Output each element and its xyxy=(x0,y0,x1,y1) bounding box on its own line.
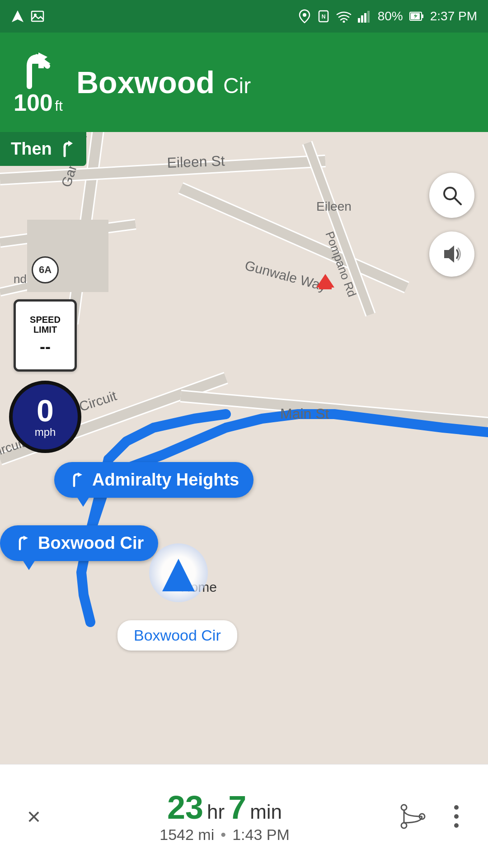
more-options-icon[interactable] xyxy=(443,803,470,830)
turn-right-icon-2 xyxy=(14,536,30,551)
bottom-bar: × 23 hr 7 min 1542 mi • 1:43 PM xyxy=(0,764,488,868)
route-options-icon[interactable] xyxy=(399,803,427,830)
svg-point-54 xyxy=(401,805,407,810)
svg-rect-10 xyxy=(367,11,370,23)
svg-rect-1 xyxy=(32,11,43,21)
status-bar: N 80% 2:37 PM xyxy=(0,0,488,33)
time-display: 2:37 PM xyxy=(430,9,477,24)
svg-point-56 xyxy=(401,823,407,828)
audio-icon xyxy=(441,243,463,265)
svg-rect-46 xyxy=(319,286,332,289)
status-right: N 80% 2:37 PM xyxy=(298,9,477,24)
status-left xyxy=(11,9,44,23)
svg-text:Gunwale Way: Gunwale Way xyxy=(243,258,328,294)
nav-header: 100 ft Boxwood Cir xyxy=(0,33,488,132)
street-name: Boxwood Cir xyxy=(76,65,251,100)
eta-section: 23 hr 7 min 1542 mi • 1:43 PM xyxy=(63,789,386,844)
location-arrow xyxy=(162,559,195,591)
svg-rect-8 xyxy=(361,15,363,23)
audio-button[interactable] xyxy=(429,231,474,277)
svg-rect-12 xyxy=(422,14,423,18)
svg-text:nd: nd xyxy=(14,272,27,286)
boxwood-cir-map-label: Boxwood Cir xyxy=(117,620,237,651)
svg-point-58 xyxy=(454,805,459,810)
svg-rect-7 xyxy=(358,18,360,23)
location-circle xyxy=(149,543,208,602)
bottom-icons xyxy=(399,803,470,830)
turn-info: 100 ft xyxy=(14,50,63,114)
admiralty-heights-bubble: Admiralty Heights xyxy=(54,462,253,498)
time-row: 23 hr 7 min xyxy=(167,789,282,826)
wifi-icon xyxy=(336,10,352,23)
svg-text:Main St: Main St xyxy=(280,406,329,422)
svg-marker-0 xyxy=(12,10,23,22)
svg-point-3 xyxy=(303,13,306,17)
then-turn-icon xyxy=(58,141,75,158)
svg-marker-18 xyxy=(68,141,73,146)
svg-marker-49 xyxy=(444,245,454,263)
image-icon xyxy=(31,9,44,23)
user-location xyxy=(149,543,208,602)
close-button[interactable]: × xyxy=(18,801,50,832)
signal-icon xyxy=(358,10,371,23)
nfc-icon: N xyxy=(317,9,330,24)
svg-point-60 xyxy=(454,823,459,828)
distance-row: 1542 mi • 1:43 PM xyxy=(160,826,290,844)
route-6a-badge: 6A xyxy=(32,256,59,283)
turn-right-icon xyxy=(69,472,84,488)
search-icon xyxy=(441,184,463,206)
battery-percent: 80% xyxy=(378,9,403,24)
boxwood-cir-bubble: Boxwood Cir xyxy=(0,525,158,561)
svg-text:Eileen St: Eileen St xyxy=(167,153,225,171)
svg-point-59 xyxy=(454,814,459,819)
svg-rect-9 xyxy=(364,13,366,23)
speed-limit-sign: SPEEDLIMIT -- xyxy=(14,299,77,372)
speedometer: 0 mph xyxy=(9,381,81,453)
svg-point-6 xyxy=(343,21,345,23)
distance-display: 100 ft xyxy=(14,91,63,114)
svg-marker-51 xyxy=(78,472,82,477)
navigate-icon xyxy=(11,9,24,23)
svg-text:N: N xyxy=(321,14,325,20)
turn-arrow xyxy=(14,50,54,91)
then-label: Then xyxy=(11,139,52,159)
battery-icon xyxy=(409,10,424,23)
then-indicator: Then xyxy=(0,132,86,166)
svg-marker-53 xyxy=(23,536,28,540)
location-icon xyxy=(298,9,311,24)
svg-line-48 xyxy=(455,198,461,204)
search-button[interactable] xyxy=(429,173,474,218)
svg-text:Eileen: Eileen xyxy=(316,199,352,213)
